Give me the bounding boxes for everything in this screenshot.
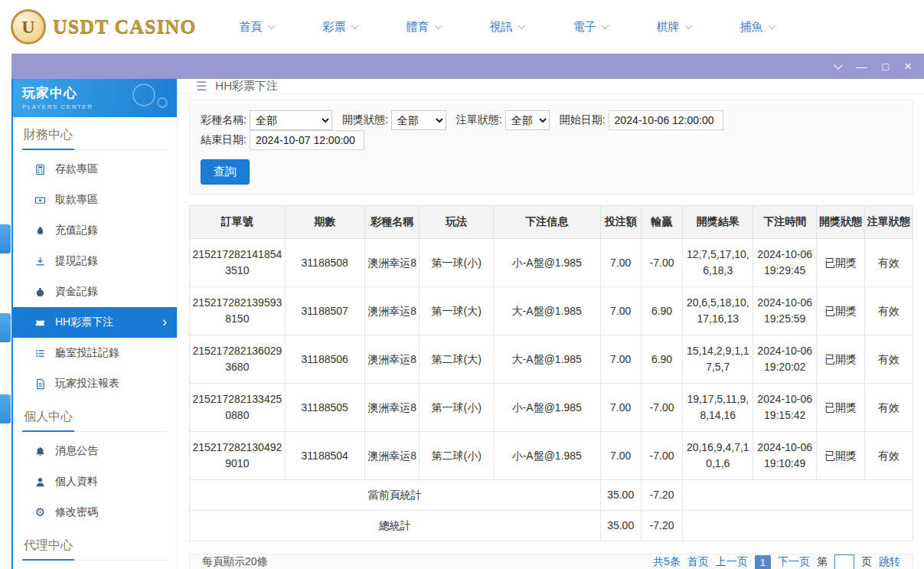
sidebar-section-agent: 代理中心 <box>22 538 168 561</box>
chevron-down-icon <box>834 60 842 69</box>
player-center-window: 玩家中心 PLAYERS CENTER 財務中心 存款專區 取款專區 充值記錄 … <box>11 79 924 569</box>
background-partial-tile <box>0 394 11 423</box>
sidebar-item-change-password[interactable]: ⚙ 修改密碼 <box>13 497 177 528</box>
sidebar-item-withdraw-records[interactable]: 提現記錄 <box>13 246 177 276</box>
end-date-input[interactable] <box>250 130 364 150</box>
total-summary-row: 總統計 35.00 -7.20 <box>190 511 913 541</box>
table-footer: 每頁顯示20條 共5条 首页 上一页 1 下一页 第 页 跳转 <box>189 554 913 569</box>
sidebar-item-profile[interactable]: 個人資料 <box>13 466 177 497</box>
window-minimize-button[interactable]: — <box>857 61 867 72</box>
recharge-record-icon <box>34 225 47 237</box>
cell-period: 31188506 <box>285 335 364 384</box>
cell-period: 31188508 <box>285 239 364 287</box>
col-play: 玩法 <box>420 206 493 239</box>
banknote-icon <box>34 195 47 206</box>
page-header: ☰ HH彩票下注 <box>178 79 924 94</box>
first-page-link[interactable]: 首页 <box>687 555 709 569</box>
next-page-link[interactable]: 下一页 <box>778 555 810 569</box>
nav-item-sports[interactable]: 體育 <box>406 20 441 34</box>
total-summary-empty <box>683 511 913 541</box>
draw-status-select[interactable]: 全部 <box>391 110 446 130</box>
table-row: 2152172821360293680 31188506 澳洲幸运8 第二球(大… <box>190 335 913 384</box>
nav-item-lottery[interactable]: 彩票 <box>323 20 358 34</box>
cell-result: 20,6,5,18,10,17,16,13 <box>683 287 753 335</box>
chevron-down-icon <box>434 21 442 29</box>
page-jump-input[interactable] <box>834 554 854 569</box>
cell-result: 15,14,2,9,1,17,5,7 <box>683 335 753 384</box>
background-partial-tile <box>0 313 11 342</box>
cell-play: 第二球(小) <box>420 432 493 480</box>
window-titlebar: — □ × <box>11 54 924 79</box>
sidebar-item-hh-lottery-bets[interactable]: HH彩票下注 <box>13 307 177 338</box>
total-summary-bet-amount: 35.00 <box>600 511 641 541</box>
col-winloss: 輸贏 <box>641 206 683 239</box>
nav-item-home[interactable]: 首頁 <box>240 20 274 34</box>
cell-winloss: -7.00 <box>641 384 683 432</box>
report-icon <box>34 378 47 390</box>
jump-button[interactable]: 跳转 <box>879 555 900 569</box>
col-bet-info: 下注信息 <box>493 206 600 239</box>
background-page-strip <box>0 79 11 569</box>
cell-bet-info: 大-A盤@1.985 <box>493 335 600 384</box>
cell-bet-info: 小-A盤@1.985 <box>493 384 600 432</box>
nav-item-fishing[interactable]: 捕魚 <box>740 20 775 34</box>
cell-play: 第一球(大) <box>420 287 493 335</box>
sidebar-item-player-bet-report[interactable]: 玩家投注報表 <box>13 368 177 399</box>
col-bet-amount: 投注額 <box>600 206 641 239</box>
nav-item-slots[interactable]: 電子 <box>573 20 608 34</box>
col-period: 期數 <box>285 206 364 239</box>
search-button[interactable]: 查詢 <box>201 159 250 185</box>
cell-period: 31188504 <box>285 432 364 480</box>
cell-winloss: 6.90 <box>641 287 683 335</box>
current-page-button[interactable]: 1 <box>755 555 771 569</box>
window-collapse-button[interactable] <box>835 65 841 68</box>
jump-suffix-label: 页 <box>861 555 872 569</box>
chevron-down-icon <box>768 21 775 29</box>
cell-bet-info: 小-A盤@1.985 <box>493 432 600 480</box>
nav-item-cards[interactable]: 棋牌 <box>657 20 691 34</box>
chevron-down-icon <box>601 21 609 29</box>
cell-bet-time: 2024-10-06 19:10:49 <box>753 432 817 480</box>
cell-bet-time: 2024-10-06 19:25:59 <box>753 287 817 335</box>
site-logo[interactable]: U USDT CASINO <box>11 9 197 44</box>
cell-bet-time: 2024-10-06 19:15:42 <box>753 384 817 432</box>
cell-lottery: 澳洲幸运8 <box>364 239 420 287</box>
sidebar-item-recharge-records[interactable]: 充值記錄 <box>13 215 177 246</box>
bell-icon <box>34 446 47 457</box>
cell-bet-amount: 7.00 <box>600 239 641 287</box>
sidebar-item-hall-bet-records[interactable]: 廳室投註記錄 <box>13 338 177 368</box>
start-date-input[interactable] <box>609 110 723 130</box>
menu-icon[interactable]: ☰ <box>196 79 207 93</box>
window-maximize-button[interactable]: □ <box>883 61 889 72</box>
prev-page-link[interactable]: 上一页 <box>716 555 748 569</box>
sidebar-item-withdrawal[interactable]: 取款專區 <box>13 185 177 215</box>
main-content: ☰ HH彩票下注 彩種名稱: 全部 開獎狀態: 全部 注單狀態: 全部 開始日期… <box>178 79 924 569</box>
cell-bet-amount: 7.00 <box>600 384 641 432</box>
cell-draw-status: 已開獎 <box>817 287 864 335</box>
sidebar-item-fund-records[interactable]: 資金記錄 <box>13 276 177 307</box>
cell-bet-info: 小-A盤@1.985 <box>493 239 600 287</box>
cell-order-status: 有效 <box>864 432 913 480</box>
person-icon <box>34 476 47 488</box>
cell-play: 第二球(大) <box>420 335 493 384</box>
list-icon <box>34 348 47 359</box>
window-close-button[interactable]: × <box>904 60 912 73</box>
lottery-name-select[interactable]: 全部 <box>250 110 332 130</box>
cell-play: 第一球(小) <box>420 384 493 432</box>
nav-item-live[interactable]: 視訊 <box>490 20 524 34</box>
cell-draw-status: 已開獎 <box>817 239 864 287</box>
logo-badge-letter: U <box>21 17 34 38</box>
order-status-select[interactable]: 全部 <box>505 110 550 130</box>
cell-winloss: -7.00 <box>641 239 683 287</box>
cell-play: 第一球(小) <box>420 239 493 287</box>
cell-order-no: 2152172821418543510 <box>190 239 286 287</box>
gear-icon: ⚙ <box>34 505 47 519</box>
page-summary-label: 當前頁統計 <box>190 480 601 511</box>
cell-period: 31188507 <box>285 287 364 335</box>
total-summary-winloss: -7.20 <box>641 511 683 541</box>
table-header-row: 訂單號 期數 彩種名稱 玩法 下注信息 投注額 輸贏 開獎結果 下注時間 開獎狀… <box>190 206 913 239</box>
sidebar-item-deposit[interactable]: 存款專區 <box>13 154 177 185</box>
sidebar-item-announcements[interactable]: 消息公告 <box>13 436 177 466</box>
decor-circle-icon <box>132 83 155 106</box>
sidebar: 玩家中心 PLAYERS CENTER 財務中心 存款專區 取款專區 充值記錄 … <box>13 79 178 569</box>
